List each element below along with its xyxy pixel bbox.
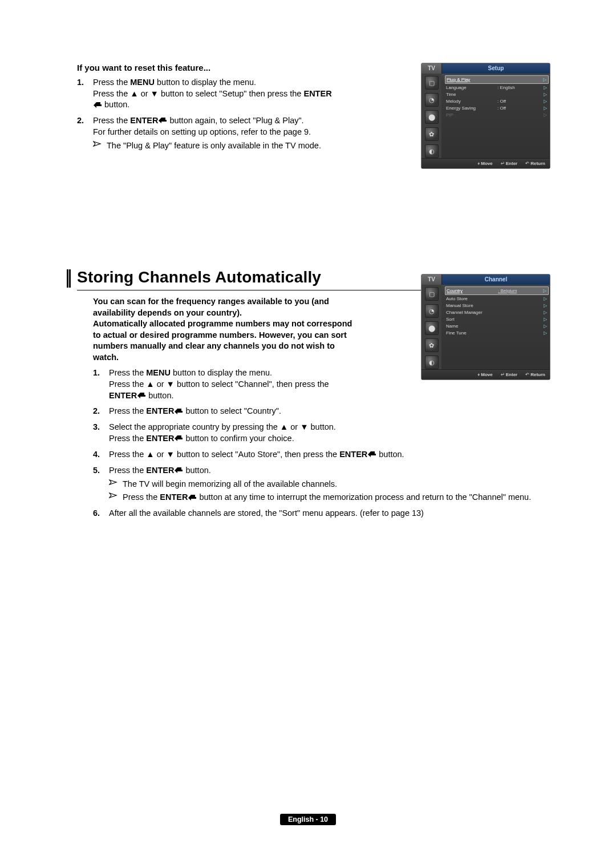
text: Press the xyxy=(109,466,146,475)
return-icon: ↶ xyxy=(525,161,529,166)
osd-header: TV Setup xyxy=(422,63,550,74)
text: Press the xyxy=(123,492,160,502)
text: ENTER xyxy=(339,450,367,459)
move-icon: ♦ xyxy=(477,161,480,166)
text: Press the xyxy=(109,368,146,377)
picture-icon: ▢ xyxy=(425,76,439,90)
step-number: 4. xyxy=(93,449,109,461)
sound-icon: ◔ xyxy=(425,304,439,318)
osd-row-language: Language: English▷ xyxy=(445,84,549,91)
input-icon: ◐ xyxy=(425,144,439,158)
text: Press the ▲ or ▼ button to select "Auto … xyxy=(109,450,339,459)
text: ENTER xyxy=(146,466,174,475)
reset-step-2: 2. Press the ENTER button again, to sele… xyxy=(77,115,339,151)
section-storing-channels: Storing Channels Automatically You can s… xyxy=(77,268,550,519)
text: button at any time to interrupt the memo… xyxy=(197,492,531,502)
chevron-right-icon: ▷ xyxy=(542,92,549,97)
chevron-right-icon: ▷ xyxy=(542,317,549,322)
chevron-right-icon: ▷ xyxy=(542,106,549,111)
osd-header: TV Channel xyxy=(422,274,550,285)
text: Press the xyxy=(109,406,146,415)
step-4: 4. Press the ▲ or ▼ button to select "Au… xyxy=(93,449,550,461)
osd-row-pip: PIP▷ xyxy=(445,111,549,118)
text: Press the xyxy=(93,116,130,125)
osd-row-name: Name▷ xyxy=(445,322,549,329)
chevron-right-icon: ▷ xyxy=(542,303,549,308)
text: ENTER xyxy=(160,492,188,502)
footer-enter: Enter xyxy=(506,161,517,166)
step-body: Press the MENU button to display the men… xyxy=(109,368,355,401)
step-number: 5. xyxy=(93,465,109,503)
enter-icon xyxy=(137,390,145,402)
osd-footer: ♦Move ↵Enter ↶Return xyxy=(422,158,550,168)
page-number: English - 10 xyxy=(280,814,336,825)
osd-title: Setup xyxy=(442,63,550,74)
step-number: 1. xyxy=(93,368,109,401)
osd-list: Country: Belgium▷ Auto Store▷ Manual Sto… xyxy=(441,285,550,369)
footer-move: Move xyxy=(481,372,492,377)
osd-row-manualstore: Manual Store▷ xyxy=(445,302,549,309)
enter-icon xyxy=(94,100,102,111)
text: ENTER xyxy=(109,391,137,400)
step-body: Press the ENTER button again, to select … xyxy=(93,115,339,151)
text: button to select "Country". xyxy=(183,406,281,415)
chevron-right-icon: ▷ xyxy=(542,112,549,118)
chevron-right-icon: ▷ xyxy=(542,310,549,315)
text: button. xyxy=(102,100,129,109)
osd-sidebar: ▢ ◔ ⬤ ✿ ◐ xyxy=(422,285,441,369)
text: After all the available channels are sto… xyxy=(109,508,424,518)
text: button to display the menu. xyxy=(155,78,256,87)
text: You can scan for the frequency ranges av… xyxy=(93,297,329,317)
step-body: Press the ▲ or ▼ button to select "Auto … xyxy=(109,449,550,461)
note: Press the ENTER button at any time to in… xyxy=(109,492,550,503)
step-body: Press the MENU button to display the men… xyxy=(93,77,339,111)
label: Plug & Play xyxy=(445,77,498,82)
chevron-right-icon: ▷ xyxy=(542,296,549,301)
enter-icon xyxy=(175,465,183,477)
osd-row-melody: Melody: Off▷ xyxy=(445,98,549,104)
enter-icon: ↵ xyxy=(501,372,505,377)
osd-body: ▢ ◔ ⬤ ✿ ◐ Country: Belgium▷ Auto Store▷ … xyxy=(422,285,550,369)
chevron-right-icon: ▷ xyxy=(542,324,549,329)
setup-icon: ✿ xyxy=(425,338,439,352)
chevron-right-icon: ▷ xyxy=(541,77,548,82)
enter-icon xyxy=(188,492,196,504)
label: Auto Store xyxy=(445,296,497,301)
text: ENTER xyxy=(146,434,174,443)
step-number: 1. xyxy=(77,77,93,111)
text: MENU xyxy=(130,78,155,87)
text: For further details on setting up option… xyxy=(93,127,311,136)
step-number: 6. xyxy=(93,508,109,519)
text: Press the ▲ or ▼ button to select "Chann… xyxy=(109,379,329,389)
osd-footer: ♦Move ↵Enter ↶Return xyxy=(422,369,550,379)
text: ENTER xyxy=(146,406,174,415)
step-body: Select the appropriate country by pressi… xyxy=(109,422,550,445)
value: : Belgium xyxy=(498,288,541,293)
note-text: The TV will begin memorizing all of the … xyxy=(123,479,337,490)
text: button. xyxy=(146,391,173,400)
osd-row-plugplay: Plug & Play▷ xyxy=(445,75,549,84)
note-text: The "Plug & Play" feature is only availa… xyxy=(107,140,321,152)
value: : Off xyxy=(497,99,542,104)
step-6: 6. After all the available channels are … xyxy=(93,508,550,519)
osd-row-sort: Sort▷ xyxy=(445,316,549,322)
chevron-right-icon: ▷ xyxy=(542,330,549,336)
return-icon: ↶ xyxy=(525,372,529,377)
text: MENU xyxy=(146,368,171,377)
text: Press the xyxy=(109,434,146,443)
text: ENTER xyxy=(130,116,158,125)
text: Press the ▲ or ▼ button to select "Setup… xyxy=(93,89,303,98)
enter-icon xyxy=(159,115,167,127)
footer-return: Return xyxy=(530,372,545,377)
text: button to display the menu. xyxy=(171,368,272,377)
chevron-right-icon: ▷ xyxy=(542,85,549,90)
label: Time xyxy=(445,92,497,97)
label: PIP xyxy=(445,112,497,118)
intro-text: You can scan for the frequency ranges av… xyxy=(93,296,355,363)
footer-return: Return xyxy=(530,161,545,166)
page-footer: English - 10 xyxy=(0,814,616,825)
step-number: 3. xyxy=(93,422,109,445)
section-title: Storing Channels Automatically xyxy=(77,268,321,286)
osd-row-finetune: Fine Tune▷ xyxy=(445,329,549,336)
step-2: 2. Press the ENTER button to select "Cou… xyxy=(93,406,550,417)
